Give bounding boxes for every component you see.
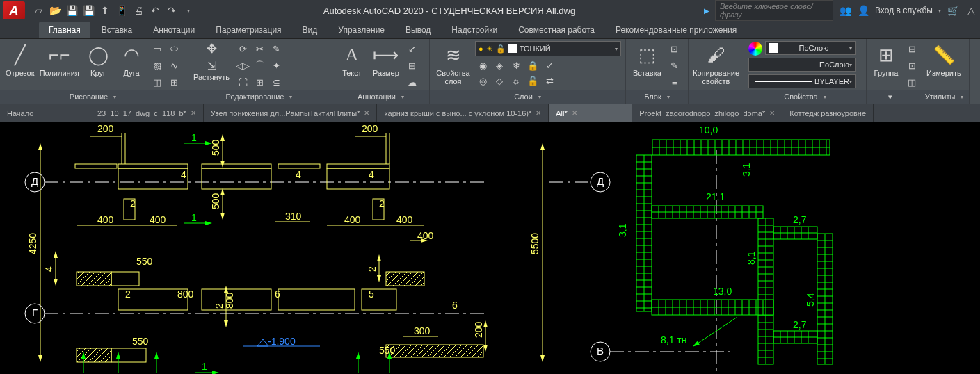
panel-annotation-label[interactable]: Аннотации <box>332 90 429 104</box>
mobile-icon[interactable]: 📱 <box>115 4 128 17</box>
panel-block-label[interactable]: Блок <box>626 90 688 104</box>
new-icon[interactable]: ▱ <box>32 4 45 17</box>
line-button[interactable]: ╱Отрезок <box>4 41 35 79</box>
qat-dropdown-icon[interactable]: ▾ <box>182 4 195 17</box>
tab-view[interactable]: Вид <box>293 22 328 38</box>
help-icon[interactable]: △ <box>965 4 977 17</box>
scale-icon[interactable]: ⛶ <box>235 74 250 90</box>
tab-insert[interactable]: Вставка <box>92 22 143 38</box>
tab-featured[interactable]: Рекомендованные приложения <box>606 22 746 38</box>
file-tab[interactable]: Proekt_zagorodnogo_zhilogo_doma*✕ <box>632 104 782 122</box>
explode-icon[interactable]: ✦ <box>268 58 284 73</box>
edit-block-icon[interactable]: ✎ <box>667 58 682 73</box>
polyline-button[interactable]: ⌐⌐Полилиния <box>38 41 80 79</box>
file-tab[interactable]: Коттедж разноуровне <box>782 104 874 122</box>
tab-annotations[interactable]: Аннотации <box>143 22 204 38</box>
rotate-icon[interactable]: ⟳ <box>235 41 250 56</box>
panel-draw-label[interactable]: Рисование <box>0 90 186 104</box>
fillet-icon[interactable]: ⌒ <box>252 58 267 73</box>
search-input[interactable]: Введите ключевое слово/фразу <box>715 0 833 21</box>
trim-icon[interactable]: ✂ <box>252 41 267 56</box>
array-icon[interactable]: ⊞ <box>252 74 267 90</box>
stretch-button[interactable]: ⇲Растянуть <box>191 58 232 83</box>
mirror-icon[interactable]: ◁▷ <box>235 58 250 73</box>
color-wheel-icon[interactable] <box>748 42 762 56</box>
ellipse-icon[interactable]: ⬭ <box>166 41 182 56</box>
tab-manage[interactable]: Управление <box>328 22 394 38</box>
lineweight-combo[interactable]: BYLAYER▾ <box>748 74 856 88</box>
group-select-icon[interactable]: ◫ <box>904 74 919 90</box>
layer-iso-icon[interactable]: ◈ <box>492 58 507 73</box>
panel-layers-label[interactable]: Слои <box>430 90 625 104</box>
file-tab-start[interactable]: Начало <box>0 104 90 122</box>
close-icon[interactable]: ✕ <box>364 109 369 117</box>
text-button[interactable]: AТекст <box>337 41 367 79</box>
tab-collaborate[interactable]: Совместная работа <box>508 22 604 38</box>
info-arrow-icon[interactable]: ▶ <box>704 7 709 15</box>
file-tab[interactable]: 23_10_17_dwg_c_118_b*✕ <box>90 104 204 122</box>
save-icon[interactable]: 💾 <box>65 4 78 17</box>
group-edit-icon[interactable]: ⊡ <box>904 58 919 73</box>
layer-match-icon[interactable]: ⇄ <box>542 73 557 88</box>
dimension-button[interactable]: ⟼Размер <box>370 41 402 79</box>
saveas-icon[interactable]: 💾 <box>82 4 95 17</box>
circle-button[interactable]: ◯Круг <box>83 41 113 79</box>
layer-uniso-icon[interactable]: ◇ <box>492 73 507 88</box>
cloud-icon[interactable]: ☁ <box>405 74 420 90</box>
drawing-canvas[interactable]: 4250 200 200 1 500 Д Д 4 4 4 1 500 2 2 4… <box>0 122 980 374</box>
signin-dropdown-icon[interactable]: ▾ <box>938 8 941 14</box>
layer-combo[interactable]: ● ☀ 🔓 ТОНКИЙ ▾ <box>475 41 621 56</box>
rectangle-icon[interactable]: ▭ <box>150 41 165 56</box>
panel-group-label[interactable]: ▾ <box>867 90 919 104</box>
layer-on-icon[interactable]: ◎ <box>475 73 490 88</box>
match-properties-button[interactable]: 🖌Копирование свойств <box>693 41 739 87</box>
spline-icon[interactable]: ∿ <box>166 58 182 73</box>
panel-utilities-label[interactable]: Утилиты <box>919 90 969 104</box>
tab-home[interactable]: Главная <box>39 22 90 38</box>
plot-icon[interactable]: 🖨 <box>132 4 145 17</box>
layer-lock-icon[interactable]: 🔒 <box>525 58 540 73</box>
close-icon[interactable]: ✕ <box>769 109 775 117</box>
layer-off-icon[interactable]: ◉ <box>475 58 490 73</box>
file-tab[interactable]: Узел понижения дл...РампыТактилПлиты*✕ <box>204 104 378 122</box>
measure-button[interactable]: 📏Измерить <box>924 41 964 79</box>
file-tab-active[interactable]: All*✕ <box>549 104 632 122</box>
layer-freeze-icon[interactable]: ❄ <box>508 58 524 73</box>
redo-icon[interactable]: ↷ <box>166 4 178 17</box>
point-icon[interactable]: ⊞ <box>166 74 182 90</box>
layer-thaw-icon[interactable]: ☼ <box>508 73 524 88</box>
app-logo[interactable]: A <box>3 1 25 19</box>
layer-properties-button[interactable]: ≋Свойства слоя <box>434 41 472 87</box>
ungroup-icon[interactable]: ⊟ <box>904 41 919 56</box>
open-icon[interactable]: 📂 <box>49 4 61 17</box>
table-icon[interactable]: ⊞ <box>405 58 420 73</box>
cart-icon[interactable]: 🛒 <box>947 4 959 17</box>
edit-attr-icon[interactable]: ≡ <box>667 74 682 90</box>
undo-icon[interactable]: ↶ <box>149 4 161 17</box>
community-icon[interactable]: 👥 <box>839 4 851 17</box>
panel-properties-label[interactable]: Свойства <box>744 90 866 104</box>
group-button[interactable]: ⊞Группа <box>871 41 901 79</box>
panel-modify-label[interactable]: Редактирование <box>186 90 332 104</box>
arc-button[interactable]: ◠Дуга <box>116 41 147 79</box>
layer-unlock-icon[interactable]: 🔓 <box>525 73 540 88</box>
file-tab[interactable]: карниз крыши с выно... с уклоном 10-16)*… <box>377 104 549 122</box>
hatch-icon[interactable]: ▨ <box>150 58 165 73</box>
tab-parametrization[interactable]: Параметризация <box>206 22 291 38</box>
leader-icon[interactable]: ↙ <box>405 41 420 56</box>
close-icon[interactable]: ✕ <box>536 109 541 117</box>
signin-link[interactable]: Вход в службы <box>875 6 933 15</box>
offset-icon[interactable]: ⊆ <box>268 74 284 90</box>
layer-make-current-icon[interactable]: ✓ <box>542 58 557 73</box>
tab-output[interactable]: Вывод <box>396 22 440 38</box>
region-icon[interactable]: ◫ <box>150 74 165 90</box>
close-icon[interactable]: ✕ <box>191 109 196 117</box>
cloud-save-icon[interactable]: ⬆ <box>99 4 111 17</box>
erase-icon[interactable]: ✎ <box>268 41 284 56</box>
insert-button[interactable]: ⬚Вставка <box>630 41 664 79</box>
linetype-combo[interactable]: ПоСлою▾ <box>748 58 856 72</box>
user-icon[interactable]: 👤 <box>857 4 869 17</box>
move-icon[interactable]: ✥ <box>204 41 219 56</box>
create-block-icon[interactable]: ⊡ <box>667 41 682 56</box>
color-combo[interactable]: ПоСлою▾ <box>765 41 856 55</box>
